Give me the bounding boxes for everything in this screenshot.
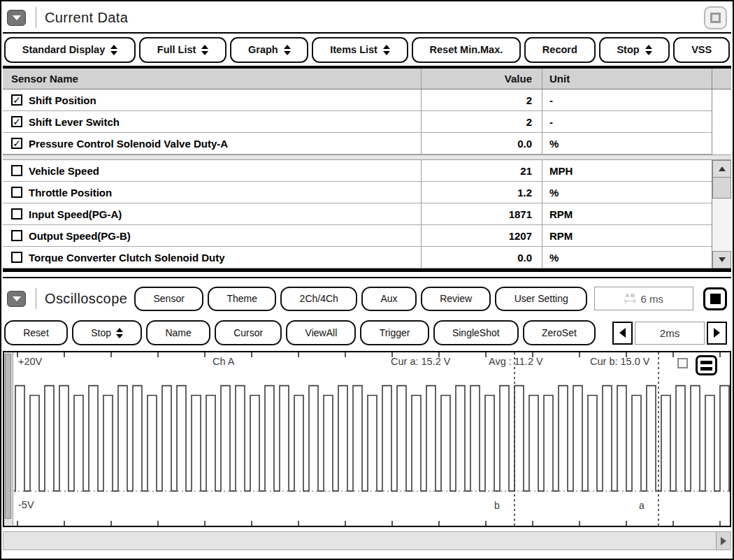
- spinner-icon: [645, 45, 652, 55]
- button-reset-min-max[interactable]: Reset Min.Max.: [412, 37, 521, 63]
- button-vss[interactable]: VSS: [673, 37, 730, 63]
- button-user-setting[interactable]: User Setting: [495, 287, 587, 311]
- scope-menu-button[interactable]: [696, 355, 717, 375]
- scroll-right-button[interactable]: [716, 532, 731, 550]
- row-checkbox[interactable]: ✓: [11, 94, 22, 106]
- arrow-right-icon: [714, 328, 720, 338]
- scope-stop-button[interactable]: [703, 287, 727, 310]
- restore-window-button[interactable]: [704, 6, 727, 29]
- column-header-value[interactable]: Value: [421, 69, 542, 89]
- sensor-name: Shift Position: [29, 94, 96, 106]
- button-full-list[interactable]: Full List: [139, 37, 226, 63]
- sensor-list-section: Vehicle Speed21MPHThrottle Position1.2%I…: [3, 160, 731, 268]
- selected-sensors-section: ✓Shift Position2-✓Shift Lever Switch2-✓P…: [3, 89, 731, 155]
- scope-vertical-scrollbar[interactable]: [4, 352, 13, 526]
- table-row[interactable]: ✓Shift Position2-: [3, 89, 712, 111]
- button-label: 2Ch/4Ch: [300, 293, 338, 304]
- button-singleshot[interactable]: SingleShot: [433, 320, 519, 345]
- list-rows: Vehicle Speed21MPHThrottle Position1.2%I…: [3, 160, 712, 268]
- sensor-value: 21: [421, 160, 542, 181]
- table-row[interactable]: ✓Shift Lever Switch2-: [3, 111, 712, 133]
- table-row[interactable]: Torque Converter Clutch Solenoid Duty0.0…: [3, 247, 712, 268]
- app-window: Current Data Standard DisplayFull ListGr…: [0, 0, 734, 560]
- current-data-title: Current Data: [45, 10, 128, 26]
- arrow-left-icon: [619, 328, 626, 338]
- sensor-value: 2: [421, 111, 542, 132]
- scrollbar-track[interactable]: [712, 199, 731, 251]
- sensor-value: 0.0: [421, 247, 542, 268]
- button-aux[interactable]: Aux: [361, 287, 417, 311]
- cursor-a-tag[interactable]: a: [639, 500, 645, 511]
- button-review[interactable]: Review: [421, 287, 491, 311]
- divider: [36, 288, 36, 309]
- timebase-decrease-button[interactable]: [612, 322, 633, 345]
- scrollbar-thumb[interactable]: [712, 178, 731, 199]
- button-2ch-4ch[interactable]: 2Ch/4Ch: [280, 287, 357, 311]
- scrollbar-header-gutter: [712, 69, 731, 89]
- button-label: SingleShot: [452, 327, 500, 338]
- button-items-list[interactable]: Items List: [312, 37, 408, 63]
- row-checkbox[interactable]: [11, 187, 22, 198]
- button-viewall[interactable]: ViewAll: [286, 320, 356, 345]
- arrow-down-icon: [719, 257, 726, 262]
- scroll-up-button[interactable]: [712, 160, 731, 178]
- table-row[interactable]: Throttle Position1.2%: [3, 182, 712, 203]
- table-row[interactable]: Vehicle Speed21MPH: [3, 160, 712, 182]
- channel-label: Ch A: [213, 356, 234, 367]
- button-standard-display[interactable]: Standard Display: [4, 37, 136, 63]
- button-sensor[interactable]: Sensor: [134, 287, 203, 311]
- table-row[interactable]: Input Speed(PG-A)1871RPM: [3, 203, 712, 225]
- scope-horizontal-scrollbar[interactable]: [3, 531, 731, 550]
- button-label: Standard Display: [22, 44, 105, 55]
- timebase-increase-button[interactable]: [707, 322, 727, 345]
- oscilloscope-titlebar: Oscilloscope SensorTheme2Ch/4ChAuxReview…: [3, 278, 731, 316]
- column-header-sensor-name[interactable]: Sensor Name: [3, 73, 421, 85]
- table-scroll-gutter: [712, 89, 731, 155]
- button-label: Graph: [248, 44, 278, 55]
- button-graph[interactable]: Graph: [230, 37, 308, 63]
- button-cursor[interactable]: Cursor: [215, 320, 282, 345]
- button-reset[interactable]: Reset: [4, 320, 68, 345]
- chevron-down-icon: [13, 296, 21, 301]
- row-checkbox[interactable]: [11, 252, 22, 263]
- table-row[interactable]: Output Speed(PG-B)1207RPM: [3, 225, 712, 247]
- button-label: Theme: [226, 293, 257, 304]
- button-label: Reset Min.Max.: [430, 44, 503, 55]
- row-checkbox[interactable]: ✓: [11, 138, 22, 149]
- sensor-unit: -: [542, 89, 712, 110]
- button-name[interactable]: Name: [146, 320, 210, 345]
- sensor-name: Output Speed(PG-B): [29, 230, 131, 242]
- menu-icon: [700, 361, 712, 364]
- table-scrollbar[interactable]: [712, 160, 731, 268]
- button-label: ZeroSet: [542, 327, 577, 338]
- row-checkbox[interactable]: [11, 230, 22, 241]
- sensor-table: Sensor Name Value Unit ✓Shift Position2-…: [3, 69, 731, 268]
- button-stop[interactable]: Stop: [72, 320, 142, 345]
- scope-scrollbar-thumb[interactable]: [5, 354, 11, 519]
- row-checkbox[interactable]: [11, 165, 22, 176]
- scope-display: +20V Ch A -5V Cur a: 15.2 V Avg : 11.2 V…: [3, 351, 731, 527]
- sensor-name: Input Speed(PG-A): [29, 208, 122, 220]
- button-stop[interactable]: Stop: [599, 37, 670, 63]
- sensor-name: Torque Converter Clutch Solenoid Duty: [29, 252, 225, 264]
- sensor-value: 0.0: [421, 133, 542, 154]
- scroll-down-button[interactable]: [712, 251, 731, 268]
- table-row[interactable]: ✓Pressure Control Solenoid Valve Duty-A0…: [3, 133, 712, 155]
- sensor-value: 1871: [421, 203, 542, 224]
- oscilloscope-collapse-button[interactable]: [7, 291, 26, 307]
- cursor-time-value: 6 ms: [640, 293, 663, 305]
- voltage-bottom-label: -5V: [18, 499, 34, 510]
- row-checkbox[interactable]: [11, 208, 22, 220]
- cursor-b-tag[interactable]: b: [494, 500, 500, 511]
- channel-checkbox[interactable]: [677, 358, 688, 368]
- button-record[interactable]: Record: [524, 37, 596, 63]
- button-zeroset[interactable]: ZeroSet: [523, 320, 596, 345]
- column-header-unit[interactable]: Unit: [542, 69, 712, 89]
- spinner-icon: [116, 328, 123, 338]
- button-trigger[interactable]: Trigger: [360, 320, 429, 345]
- current-data-titlebar: Current Data: [3, 3, 731, 34]
- button-theme[interactable]: Theme: [208, 287, 276, 311]
- current-data-collapse-button[interactable]: [7, 10, 26, 26]
- row-checkbox[interactable]: ✓: [11, 116, 22, 127]
- spinner-icon: [284, 45, 291, 55]
